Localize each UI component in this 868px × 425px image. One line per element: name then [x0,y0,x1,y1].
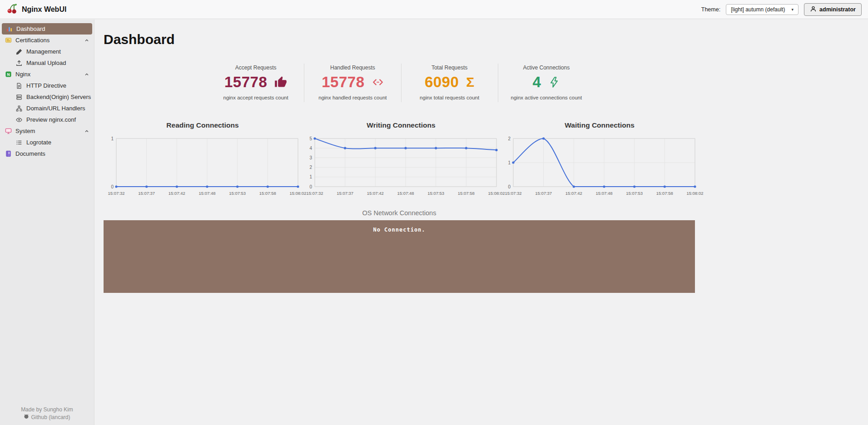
github-link[interactable]: Github (lancard) [31,414,70,421]
sidebar-item-label: HTTP Directive [26,82,66,89]
header-right: Theme: [light] autumn (default) ▾ admini… [701,3,862,16]
app-logo-cherry-icon [6,3,18,16]
sidebar-item-label: System [15,128,35,134]
sidebar-item-label: Nginx [15,71,30,78]
sidebar: Dashboard Certifications Management [0,20,94,425]
stat-value: 4 [532,74,541,91]
svg-text:15:07:58: 15:07:58 [656,191,673,196]
waiting-connections-chart-block: Waiting Connections 01215:07:3215:07:371… [501,121,699,198]
stat-value: 15778 [322,74,364,91]
stat-label: Total Requests [408,64,491,71]
theme-select[interactable]: [light] autumn (default) ▾ [726,4,799,15]
sidebar-item-logrotate[interactable]: Logrotate [0,137,94,148]
stat-handled-requests: Handled Requests 15778 nginx handled req… [304,64,401,102]
charts-row: Reading Connections 0115:07:3215:07:3715… [104,121,699,198]
svg-text:15:07:37: 15:07:37 [535,191,552,196]
user-button[interactable]: administrator [804,3,862,16]
stat-label: Accept Requests [214,64,298,71]
sidebar-item-documents[interactable]: Documents [0,148,94,159]
svg-text:15:07:58: 15:07:58 [259,191,276,196]
user-icon [810,5,817,14]
certifications-icon [5,37,12,44]
writing-connections-chart: 01234515:07:3215:07:3715:07:4215:07:4815… [302,135,500,198]
github-icon [24,414,29,421]
sidebar-item-dashboard[interactable]: Dashboard [2,23,92,35]
sidebar-item-http-directive[interactable]: HTTP Directive [0,80,94,91]
brand: Nginx WebUI [6,3,66,16]
list-icon [15,139,23,146]
stat-caption: nginx active connections count [505,95,588,100]
sidebar-item-certifications[interactable]: Certifications [0,35,94,46]
page-title: Dashboard [104,32,699,47]
lightning-bolt-icon [548,76,560,88]
dashboard-icon [5,25,13,33]
code-exchange-icon [372,76,384,88]
svg-text:5: 5 [309,136,312,141]
sidebar-item-label: Management [26,48,61,55]
stat-caption: nginx handled requests count [311,95,394,100]
sitemap-icon [15,105,23,112]
theme-select-value: [light] autumn (default) [731,6,785,13]
chart-title: Writing Connections [302,121,500,129]
sidebar-item-label: Certifications [15,37,50,44]
sidebar-item-nginx[interactable]: N Nginx [0,69,94,80]
svg-text:0: 0 [309,184,312,189]
sidebar-item-management[interactable]: Management [0,46,94,57]
caret-down-icon: ▾ [792,7,794,12]
svg-text:15:07:32: 15:07:32 [108,191,125,196]
page: Nginx WebUI Theme: [light] autumn (defau… [0,0,868,425]
svg-text:0: 0 [111,184,114,189]
svg-text:N: N [7,72,10,77]
sidebar-item-system[interactable]: System [0,125,94,137]
chart-title: Waiting Connections [501,121,699,129]
svg-text:15:07:42: 15:07:42 [565,191,582,196]
stat-value: 15778 [224,74,267,91]
sidebar-item-preview-nginx-conf[interactable]: Preview nginx.conf [0,114,94,125]
stat-caption: nginx total requests count [408,95,491,100]
sidebar-item-label: Dashboard [16,25,45,32]
writing-connections-chart-block: Writing Connections 01234515:07:3215:07:… [302,121,500,198]
header: Nginx WebUI Theme: [light] autumn (defau… [0,0,868,19]
no-connection-text: No Connection. [104,227,695,233]
sidebar-item-backend-servers[interactable]: Backend(Origin) Servers [0,91,94,103]
sidebar-item-manual-upload[interactable]: Manual Upload [0,57,94,69]
made-by-text: Made by Sungho Kim [0,406,94,414]
theme-label: Theme: [701,6,720,13]
stat-active-connections: Active Connections 4 nginx active connec… [498,64,595,102]
svg-text:15:07:48: 15:07:48 [199,191,216,196]
svg-text:2: 2 [508,136,511,141]
sidebar-item-label: Preview nginx.conf [26,116,76,123]
stat-value: 6090 [425,74,459,91]
os-network-connections-panel: No Connection. [104,220,695,293]
server-icon [15,94,23,101]
svg-text:3: 3 [309,155,312,160]
svg-text:15:07:32: 15:07:32 [505,191,522,196]
monitor-icon [5,128,12,135]
svg-text:4: 4 [309,146,312,151]
nginx-icon: N [5,71,12,78]
svg-text:1: 1 [309,174,312,179]
file-icon [15,82,23,89]
svg-text:15:07:37: 15:07:37 [138,191,155,196]
reading-connections-chart: 0115:07:3215:07:3715:07:4215:07:4815:07:… [104,135,302,198]
reading-connections-chart-block: Reading Connections 0115:07:3215:07:3715… [104,121,302,198]
sidebar-item-label: Manual Upload [26,59,66,66]
os-network-connections-title: OS Network Connections [104,209,695,217]
app-title: Nginx WebUI [22,5,66,14]
stat-caption: nginx accept requests count [214,95,298,100]
sidebar-item-label: Domain/URL Handlers [26,105,85,112]
svg-text:15:07:48: 15:07:48 [596,191,613,196]
waiting-connections-chart: 01215:07:3215:07:3715:07:4215:07:4815:07… [501,135,699,198]
svg-text:15:08:02: 15:08:02 [687,191,704,196]
sidebar-item-label: Documents [15,150,45,157]
svg-text:15:07:32: 15:07:32 [307,191,323,196]
book-icon [5,150,12,158]
svg-text:1: 1 [111,136,114,141]
sidebar-item-domain-url-handlers[interactable]: Domain/URL Handlers [0,103,94,114]
svg-text:15:07:58: 15:07:58 [458,191,475,196]
svg-text:15:07:42: 15:07:42 [169,191,185,196]
sidebar-footer: Made by Sungho Kim Github (lancard) [0,406,94,421]
svg-text:15:07:37: 15:07:37 [337,191,353,196]
svg-text:15:07:48: 15:07:48 [397,191,414,196]
thumbs-up-icon [274,76,287,89]
